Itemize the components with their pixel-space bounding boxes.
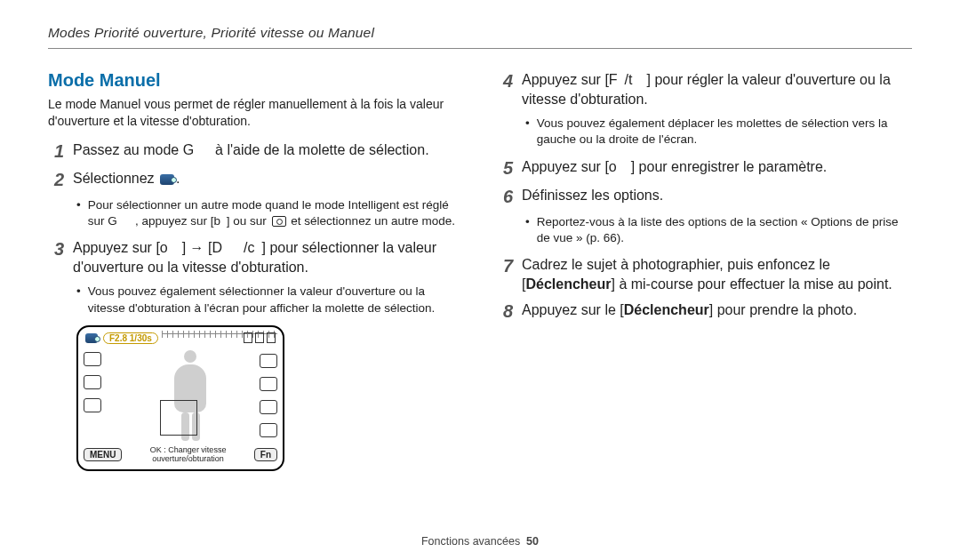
step-4-sub: Vous pouvez également déplacer les molet…	[525, 116, 912, 148]
step-number: 3	[48, 238, 64, 260]
osd-icon	[260, 377, 277, 391]
step-text: Appuyez sur le [Déclencheur] pour prendr…	[522, 300, 912, 320]
step-text: Définissez les options.	[522, 186, 912, 205]
step-6: 6 Définissez les options.	[497, 186, 912, 207]
step-2: 2 Sélectionnez .	[48, 169, 463, 190]
manual-page: Modes Priorité ouverture, Priorité vites…	[0, 0, 960, 560]
sub-bullet: Pour sélectionner un autre mode quand le…	[76, 197, 463, 229]
step2-pre: Sélectionnez	[73, 171, 158, 186]
step-number: 1	[48, 140, 64, 162]
sub-bullet: Vous pouvez également déplacer les molet…	[525, 116, 912, 148]
steps-left: 1 Passez au mode G à l'aide de la molett…	[48, 140, 463, 471]
osd-icon	[260, 354, 277, 368]
osd-icon	[84, 352, 101, 366]
sub-text: Vous pouvez également sélectionner la va…	[88, 284, 463, 316]
sub-bullet: Reportez-vous à la liste des options de …	[525, 214, 912, 246]
step-text: Cadrez le sujet à photographier, puis en…	[522, 255, 912, 293]
mode-icon	[160, 174, 174, 185]
step-2-sub: Pour sélectionner un autre mode quand le…	[76, 197, 463, 229]
right-column: 4 Appuyez sur [F /t ] pour régler la val…	[497, 70, 912, 471]
step-5: 5 Appuyez sur [o ] pour enregistrer le p…	[497, 157, 912, 179]
step-number: 4	[497, 70, 513, 92]
step-8: 8 Appuyez sur le [Déclencheur] pour pren…	[497, 300, 912, 322]
osd-icon	[260, 423, 277, 437]
step-text: Appuyez sur [o ] pour enregistrer le par…	[522, 157, 912, 177]
figure-bottom-bar: MENU OK : Changer vitesse ouverture/obtu…	[84, 446, 277, 464]
two-column-layout: Mode Manuel Le mode Manuel vous permet d…	[48, 70, 912, 471]
header-rule	[48, 48, 912, 49]
step-7: 7 Cadrez le sujet à photographier, puis …	[497, 255, 912, 293]
intro-text: Le mode Manuel vous permet de régler man…	[48, 96, 463, 130]
step-4: 4 Appuyez sur [F /t ] pour régler la val…	[497, 70, 912, 108]
focus-frame	[160, 400, 197, 436]
menu-button-label: MENU	[84, 448, 122, 461]
exposure-chip: F2.8 1/30s	[103, 332, 158, 344]
osd-icon	[84, 375, 101, 389]
sub-text: Reportez-vous à la liste des options de …	[537, 214, 912, 246]
step-number: 7	[497, 255, 513, 276]
right-icon-stack	[260, 354, 277, 437]
step-number: 6	[497, 186, 513, 207]
sub-text-b: et sélectionnez un autre mode.	[288, 214, 455, 228]
mode-icon	[85, 333, 98, 343]
battery-card-indicator	[244, 332, 276, 343]
step-text: Passez au mode G à l'aide de la molette …	[73, 140, 463, 160]
left-icon-stack	[84, 352, 101, 412]
step-number: 8	[497, 300, 513, 322]
running-header: Modes Priorité ouverture, Priorité vites…	[48, 25, 912, 44]
step-number: 5	[497, 157, 513, 179]
step-1: 1 Passez au mode G à l'aide de la molett…	[48, 140, 463, 162]
figure-caption: OK : Changer vitesse ouverture/obturatio…	[127, 446, 248, 464]
osd-icon	[260, 400, 277, 414]
step-3-sub: Vous pouvez également sélectionner la va…	[76, 284, 463, 316]
shutter-bold: Déclencheur	[624, 302, 709, 317]
left-column: Mode Manuel Le mode Manuel vous permet d…	[48, 70, 463, 471]
page-footer: Fonctions avancées 50	[0, 535, 960, 548]
steps-right: 4 Appuyez sur [F /t ] pour régler la val…	[497, 70, 912, 322]
footer-page-number: 50	[526, 535, 539, 548]
step8-b: ] pour prendre la photo.	[709, 302, 857, 317]
step7-b: ] à mi-course pour effectuer la mise au …	[612, 276, 892, 292]
osd-icon	[84, 398, 101, 412]
step-number: 2	[48, 169, 64, 190]
sub-text: Vous pouvez également déplacer les molet…	[537, 116, 912, 148]
step-6-sub: Reportez-vous à la liste des options de …	[525, 214, 912, 246]
sub-bullet: Vous pouvez également sélectionner la va…	[76, 284, 463, 316]
step-3: 3 Appuyez sur [o ] → [D /c ] pour sélect…	[48, 238, 463, 276]
shutter-bold: Déclencheur	[525, 276, 611, 292]
step-text: Sélectionnez .	[73, 169, 463, 188]
camera-icon	[272, 216, 286, 227]
footer-section: Fonctions avancées	[421, 535, 520, 548]
step-text: Appuyez sur [o ] → [D /c ] pour sélectio…	[73, 238, 463, 276]
step8-a: Appuyez sur le [	[522, 302, 624, 317]
section-title: Mode Manuel	[48, 70, 463, 91]
camera-screen-figure: F2.8 1/30s	[76, 325, 284, 471]
fn-button-label: Fn	[254, 448, 277, 461]
step-text: Appuyez sur [F /t ] pour régler la valeu…	[522, 70, 912, 108]
